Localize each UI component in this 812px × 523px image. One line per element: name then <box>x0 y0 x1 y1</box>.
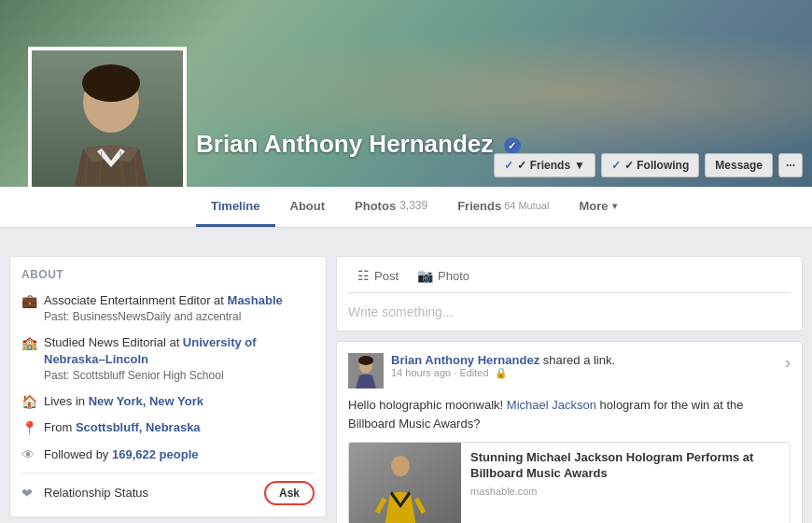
briefcase-icon: 💼 <box>21 293 36 308</box>
home-icon: 🏠 <box>21 394 36 409</box>
about-location-text: Lives in New York, New York <box>44 393 203 410</box>
tab-more[interactable]: More ▾ <box>564 187 631 227</box>
cover-photo: Brian Anthony Hernandez ✓ ✓ ✓ Friends ▼ … <box>0 0 812 187</box>
relationship-row: ❤ Relationship Status Ask <box>21 473 315 505</box>
followers-link[interactable]: 169,622 people <box>112 447 199 461</box>
tab-timeline-label: Timeline <box>211 199 260 213</box>
main-content: ABOUT 💼 Associate Entertainment Editor a… <box>0 247 812 523</box>
following-checkmark: ✓ <box>611 159 621 172</box>
about-work-text: Associate Entertainment Editor at Mashab… <box>44 292 283 325</box>
tab-about-label: About <box>290 199 326 213</box>
post-header-info: Brian Anthony Hernandez shared a link. 1… <box>391 353 785 389</box>
profile-avatar <box>32 50 183 187</box>
post-chevron-icon[interactable]: › <box>785 353 791 373</box>
mashable-link[interactable]: Mashable <box>228 293 283 307</box>
heart-icon: ❤ <box>21 486 36 501</box>
friends-label: ✓ Friends <box>517 159 570 172</box>
post-author-line: Brian Anthony Hernandez shared a link. <box>391 353 785 367</box>
following-label: ✓ Following <box>624 159 689 172</box>
svg-point-3 <box>82 64 140 102</box>
friends-checkmark: ✓ <box>504 159 513 172</box>
post-time: 14 hours ago <box>391 367 451 378</box>
profile-name-area: Brian Anthony Hernandez ✓ <box>196 130 521 159</box>
about-followers-text: Followed by 169,622 people <box>44 446 198 463</box>
city-link[interactable]: New York, New York <box>89 394 203 408</box>
post-author[interactable]: Brian Anthony Hernandez <box>391 353 539 367</box>
profile-picture[interactable] <box>28 47 187 187</box>
photos-count: 3,339 <box>399 199 427 212</box>
message-label: Message <box>715 159 763 172</box>
tab-photos[interactable]: Photos 3,339 <box>340 187 442 227</box>
link-preview[interactable]: Stunning Michael Jackson Hologram Perfor… <box>348 442 791 523</box>
verified-badge: ✓ <box>504 137 521 154</box>
post-lock-icon: 🔒 <box>495 367 508 378</box>
post-composer: ☷ Post 📷 Photo Write something... <box>336 256 803 332</box>
about-location-item: 🏠 Lives in New York, New York <box>21 393 315 410</box>
post-body-link[interactable]: Michael Jackson <box>507 398 596 412</box>
tab-friends[interactable]: Friends 84 Mutual <box>442 187 564 227</box>
post-tab-label: Post <box>374 269 399 283</box>
composer-post-tab[interactable]: ☷ Post <box>348 264 408 287</box>
feed-post: Brian Anthony Hernandez shared a link. 1… <box>336 341 803 523</box>
about-work-item: 💼 Associate Entertainment Editor at Mash… <box>21 292 315 325</box>
hometown-link[interactable]: Scottsbluff, Nebraska <box>76 420 201 434</box>
post-body-start: Hello holographic moonwalk! <box>348 398 507 412</box>
tab-more-label: More <box>579 199 608 213</box>
post-meta: 14 hours ago · Edited 🔒 <box>391 367 785 379</box>
more-button[interactable]: ··· <box>778 153 803 177</box>
more-label: ··· <box>786 159 795 172</box>
link-preview-image <box>349 443 461 523</box>
composer-photo-tab[interactable]: 📷 Photo <box>408 264 479 287</box>
profile-name: Brian Anthony Hernandez ✓ <box>196 130 521 159</box>
photo-tab-label: Photo <box>438 269 469 283</box>
message-button[interactable]: Message <box>705 153 773 177</box>
post-avatar <box>348 353 384 389</box>
about-hometown-item: 📍 From Scottsbluff, Nebraska <box>21 419 315 436</box>
post-edited: Edited <box>459 367 488 378</box>
relationship-label: Relationship Status <box>44 485 148 502</box>
tab-friends-label: Friends <box>457 199 501 213</box>
tab-about[interactable]: About <box>275 187 341 227</box>
graduation-icon: 🏫 <box>21 335 36 350</box>
composer-input[interactable]: Write something... <box>348 301 791 323</box>
about-section: ABOUT 💼 Associate Entertainment Editor a… <box>9 256 327 517</box>
friends-mutual: 84 Mutual <box>504 200 549 211</box>
profile-action-buttons: ✓ ✓ Friends ▼ ✓ ✓ Following Message ··· <box>494 153 803 177</box>
photo-tab-icon: 📷 <box>417 268 433 283</box>
about-title: ABOUT <box>21 268 315 281</box>
eye-icon: 👁 <box>21 447 36 462</box>
more-arrow-icon: ▾ <box>612 201 617 211</box>
svg-point-10 <box>358 356 373 365</box>
svg-point-13 <box>391 456 410 476</box>
about-education-item: 🏫 Studied News Editorial at University o… <box>21 334 315 384</box>
tab-photos-label: Photos <box>355 199 396 213</box>
university-link[interactable]: University of Nebraska–Lincoln <box>44 335 257 366</box>
composer-tabs: ☷ Post 📷 Photo <box>348 264 791 293</box>
right-feed: ☷ Post 📷 Photo Write something... <box>336 256 803 523</box>
tab-timeline[interactable]: Timeline <box>196 187 275 227</box>
left-sidebar: ABOUT 💼 Associate Entertainment Editor a… <box>9 256 327 523</box>
post-action: shared a link. <box>543 353 615 367</box>
map-pin-icon: 📍 <box>21 420 36 435</box>
post-header: Brian Anthony Hernandez shared a link. 1… <box>348 353 791 389</box>
about-followers-item: 👁 Followed by 169,622 people <box>21 446 315 463</box>
friends-dropdown-icon: ▼ <box>574 159 585 172</box>
link-preview-domain: mashable.com <box>470 486 780 497</box>
link-preview-content: Stunning Michael Jackson Hologram Perfor… <box>461 443 790 523</box>
link-preview-title: Stunning Michael Jackson Hologram Perfor… <box>470 450 780 482</box>
profile-navigation: Timeline About Photos 3,339 Friends 84 M… <box>0 187 812 228</box>
about-hometown-text: From Scottsbluff, Nebraska <box>44 419 201 436</box>
friends-button[interactable]: ✓ ✓ Friends ▼ <box>494 153 595 177</box>
post-tab-icon: ☷ <box>357 268 370 283</box>
ask-button[interactable]: Ask <box>264 481 315 505</box>
about-education-text: Studied News Editorial at University of … <box>44 334 315 384</box>
post-body: Hello holographic moonwalk! Michael Jack… <box>348 396 791 432</box>
following-button[interactable]: ✓ ✓ Following <box>601 153 699 177</box>
